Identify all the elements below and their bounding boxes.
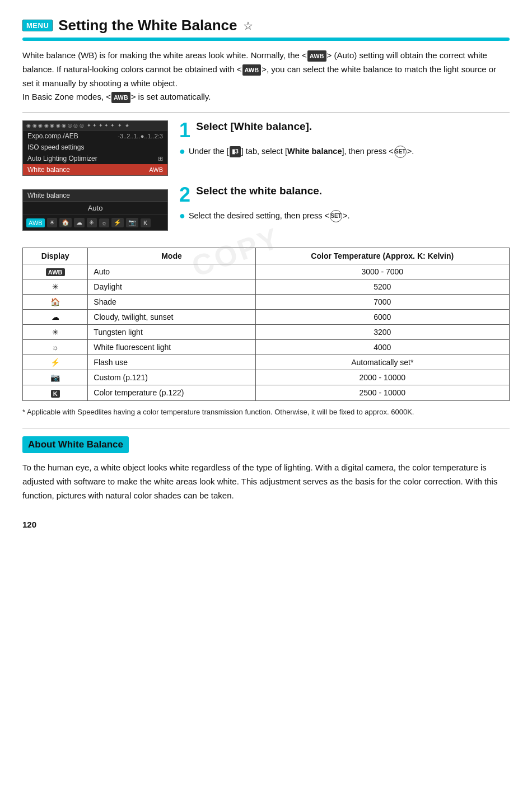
step-2-body: ● Select the desired setting, then press… <box>179 209 510 222</box>
header-line <box>22 38 510 41</box>
cell-mode-auto: Auto <box>88 264 255 279</box>
cell-temp-shade: 7000 <box>255 295 509 310</box>
step-1-bullet: ● Under the [▮3] tab, select [White bala… <box>179 145 510 158</box>
about-text: To the human eye, a white object looks w… <box>22 461 510 502</box>
step-1-image: ◉ ◉ ◉ ◉ ◉ ◉ ◉ ◎ ◎ ◎ ✦ ✦ ✦ ✦ ✦ ✦ ★ Expo.c… <box>22 120 168 176</box>
table-row: ✳ Tungsten light 3200 <box>23 325 510 340</box>
menu-item-optimizer-value: ⊞ <box>158 155 163 162</box>
cell-temp-cloudy: 6000 <box>255 310 509 325</box>
menu-badge: MENU <box>22 20 53 31</box>
cell-temp-fluorescent: 4000 <box>255 340 509 355</box>
intro-paragraph: White balance (WB) is for making the whi… <box>22 49 510 104</box>
menu-item-iso-label: ISO speed settings <box>27 143 84 151</box>
cell-display-flash: ⚡ <box>23 355 88 370</box>
wb-icon-flash: ⚡ <box>111 218 124 227</box>
step-2-heading: 2 Select the white balance. <box>179 185 510 205</box>
wb-icon-fluorescent: ☼ <box>99 218 109 227</box>
menu-item-expo-label: Expo.comp./AEB <box>27 132 78 140</box>
camera-menu-icons: ◉ ◉ ◉ ◉ ◉ ◉ ◉ ◎ ◎ ◎ ✦ ✦ ✦ ✦ ✦ ✦ ★ <box>23 121 167 130</box>
wb-icon-custom: 📷 <box>126 218 138 227</box>
cell-mode-daylight: Daylight <box>88 279 255 295</box>
step-2-number: 2 <box>179 185 190 205</box>
step-1-content: 1 Select [White balance]. ● Under the [▮… <box>179 120 510 160</box>
wb-selector: White balance Auto AWB ☀ 🏠 ☁ ✳ ☼ ⚡ 📷 K <box>22 189 168 231</box>
cell-display-daylight: ✳ <box>23 279 88 295</box>
step-2-bullet-text: Select the desired setting, then press <… <box>189 209 350 222</box>
cell-temp-daylight: 5200 <box>255 279 509 295</box>
set-button-2: SET <box>330 210 342 222</box>
step-1-number: 1 <box>179 120 190 141</box>
set-button-1: SET <box>394 146 407 158</box>
step-1-body: ● Under the [▮3] tab, select [White bala… <box>179 145 510 158</box>
steps-container: ◉ ◉ ◉ ◉ ◉ ◉ ◉ ◎ ◎ ◎ ✦ ✦ ✦ ✦ ✦ ✦ ★ Expo.c… <box>22 120 510 240</box>
wb-selector-title: White balance <box>23 190 167 202</box>
table-row: K Color temperature (p.122) 2500 - 10000 <box>23 385 510 400</box>
step-2-content: 2 Select the white balance. ● Select the… <box>179 185 510 225</box>
cell-mode-fluorescent: White fluorescent light <box>88 340 255 355</box>
wb-icon-sun: ☀ <box>47 218 57 227</box>
cell-mode-shade: Shade <box>88 295 255 310</box>
step-2-row: White balance Auto AWB ☀ 🏠 ☁ ✳ ☼ ⚡ 📷 K <box>22 185 510 231</box>
table-row: AWB Auto 3000 - 7000 <box>23 264 510 279</box>
cell-display-cloudy: ☁ <box>23 310 88 325</box>
step-2-bullet: ● Select the desired setting, then press… <box>179 209 510 222</box>
table-row: 🏠 Shade 7000 <box>23 295 510 310</box>
table-header-row: Display Mode Color Temperature (Approx. … <box>23 248 510 264</box>
menu-item-expo: Expo.comp./AEB -3..2..1..●..1..2:3 <box>23 130 167 142</box>
section-divider-2 <box>22 428 510 428</box>
cell-mode-flash: Flash use <box>88 355 255 370</box>
table-row: ⚡ Flash use Automatically set* <box>23 355 510 370</box>
step-2-image: White balance Auto AWB ☀ 🏠 ☁ ✳ ☼ ⚡ 📷 K <box>22 185 168 231</box>
menu-item-iso: ISO speed settings <box>23 142 167 153</box>
col-header-display: Display <box>23 248 88 264</box>
table-row: 📷 Custom (p.121) 2000 - 10000 <box>23 370 510 385</box>
page-number: 120 <box>22 520 510 529</box>
step-2-title: Select the white balance. <box>196 185 322 197</box>
wb-icon-cloud: ☁ <box>74 218 85 227</box>
cell-temp-auto: 3000 - 7000 <box>255 264 509 279</box>
awb-badge-2: AWB <box>242 64 262 76</box>
cell-display-custom: 📷 <box>23 370 88 385</box>
cell-temp-custom: 2000 - 10000 <box>255 370 509 385</box>
wb-selector-value: Auto <box>23 202 167 215</box>
wb-icon-kelvin: K <box>141 218 151 227</box>
menu-item-expo-value: -3..2..1..●..1..2:3 <box>118 133 163 139</box>
wb-icon-shade: 🏠 <box>59 218 72 227</box>
cell-temp-tungsten: 3200 <box>255 325 509 340</box>
footnote: * Applicable with Speedlites having a co… <box>22 407 510 418</box>
cell-mode-cloudy: Cloudy, twilight, sunset <box>88 310 255 325</box>
wb-icon-awb: AWB <box>26 218 45 227</box>
awb-table-badge: AWB <box>46 268 65 276</box>
cell-mode-custom: Custom (p.121) <box>88 370 255 385</box>
bullet-dot-1: ● <box>179 145 185 158</box>
wb-table: Display Mode Color Temperature (Approx. … <box>22 248 510 401</box>
col-header-temp: Color Temperature (Approx. K: Kelvin) <box>255 248 509 264</box>
table-row: ☼ White fluorescent light 4000 <box>23 340 510 355</box>
table-row: ✳ Daylight 5200 <box>23 279 510 295</box>
step-1-heading: 1 Select [White balance]. <box>179 120 510 141</box>
col-header-mode: Mode <box>88 248 255 264</box>
camera-menu: ◉ ◉ ◉ ◉ ◉ ◉ ◉ ◎ ◎ ◎ ✦ ✦ ✦ ✦ ✦ ✦ ★ Expo.c… <box>22 120 168 176</box>
page-title: Setting the White Balance <box>58 17 237 34</box>
menu-item-optimizer: Auto Lighting Optimizer ⊞ <box>23 153 167 164</box>
about-header: About White Balance <box>22 436 129 453</box>
cell-temp-kelvin: 2500 - 10000 <box>255 385 509 400</box>
menu-icon-row: ◉ ◉ ◉ ◉ ◉ ◉ ◉ ◎ ◎ ◎ ✦ ✦ ✦ ✦ ✦ ✦ ★ <box>26 123 129 128</box>
wb-icon-tungsten: ✳ <box>87 218 97 227</box>
menu-item-optimizer-label: Auto Lighting Optimizer <box>27 155 97 162</box>
kelvin-table-badge: K <box>51 390 60 398</box>
menu-item-wb-value: AWB <box>149 166 163 173</box>
step-1-row: ◉ ◉ ◉ ◉ ◉ ◉ ◉ ◎ ◎ ◎ ✦ ✦ ✦ ✦ ✦ ✦ ★ Expo.c… <box>22 120 510 176</box>
cell-temp-flash: Automatically set* <box>255 355 509 370</box>
cell-display-awb: AWB <box>23 264 88 279</box>
cell-display-fluorescent: ☼ <box>23 340 88 355</box>
table-row: ☁ Cloudy, twilight, sunset 6000 <box>23 310 510 325</box>
bullet-dot-2: ● <box>179 209 185 222</box>
awb-badge-3: AWB <box>111 92 130 103</box>
awb-badge-1: AWB <box>307 50 326 62</box>
menu-item-wb: White balance AWB <box>23 164 167 175</box>
cell-display-shade: 🏠 <box>23 295 88 310</box>
cell-display-tungsten: ✳ <box>23 325 88 340</box>
section-divider <box>22 112 510 113</box>
page-header: MENU Setting the White Balance ☆ <box>22 17 510 34</box>
